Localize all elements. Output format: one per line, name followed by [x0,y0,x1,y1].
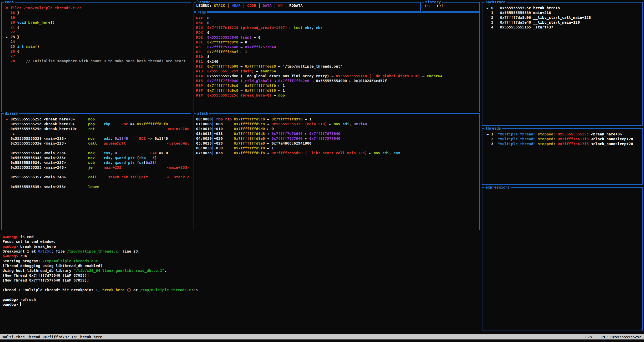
expressions-panel-title: expressions [484,185,511,190]
disasm-panel-title: disasm [4,111,19,116]
stack-panel[interactable]: stack 00:0000│ rbp rsp 0x7fffffffd9c0 → … [194,113,480,230]
expressions-lines [482,188,642,331]
backtrace-panel[interactable]: backtrace ► 0 0x55555555525c break_here+… [482,2,643,126]
code-panel-title: code [4,0,15,5]
status-line-number: L23 [585,334,592,339]
code-panel[interactable]: code In file: /tmp/multiple_threads.c:23… [1,2,191,112]
regs-panel[interactable]: regs RAX 0RBX 0RCX 0x7ffff7e11219 (pthre… [194,12,480,112]
terminal[interactable]: pwndbg> fs cmdFocus set to cmd window.pw… [3,235,475,307]
regs-lines: RAX 0RBX 0RCX 0x7ffff7e11219 (pthread_cr… [194,13,479,112]
legend-line: LEGEND: STACK │ HEAP │ CODE │ DATA │ WX … [194,3,420,11]
regs-panel-title: regs [196,10,207,15]
status-bar: multi-thre Thread 0x7ffff7d797 In: break… [0,334,644,339]
threads-lines: ► 1 "multiple_thread" stopped: 0x5555555… [482,129,642,184]
stack-panel-title: stack [196,111,209,116]
threads-panel[interactable]: threads ► 1 "multiple_thread" stopped: 0… [482,128,643,185]
history-panel-title: history [424,0,442,5]
stack-lines: 00:0000│ rbp rsp 0x7fffffffd9c0 → 0x7fff… [194,114,479,230]
backtrace-panel-title: backtrace [484,0,507,5]
code-lines: In file: /tmp/multiple_threads.c:23 18 }… [2,3,191,112]
backtrace-lines: ► 0 0x55555555525c break_here+8 1 0x5555… [482,3,642,125]
status-left: multi-thre Thread 0x7ffff7d797 In: break… [3,334,102,339]
threads-panel-title: threads [484,126,502,131]
legend-panel: legend LEGEND: STACK │ HEAP │ CODE │ DAT… [194,2,421,12]
status-pc: PC: 0x55555555525c [602,334,641,339]
disasm-panel[interactable]: disasm ► 0x55555555525c <break_here+8> n… [1,113,191,230]
expressions-panel[interactable]: expressions [482,187,643,331]
disasm-lines: ► 0x55555555525c <break_here+8> nop 0x55… [2,114,191,230]
history-panel[interactable]: history [←] [→] [422,2,480,12]
